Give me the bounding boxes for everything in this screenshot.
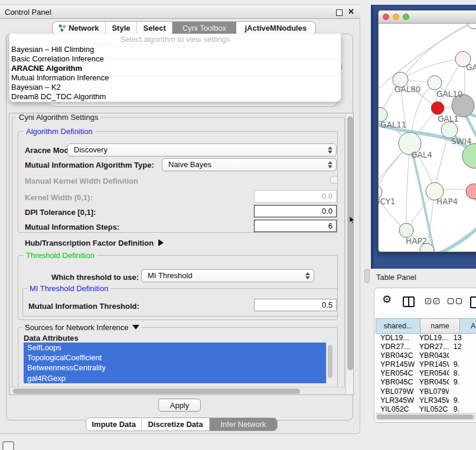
network-window-titlebar[interactable] (379, 11, 476, 24)
data-attributes-list[interactable]: SelfLoopsTopologicalCoefficientBetweenne… (24, 343, 326, 383)
dropdown-item[interactable]: Bayesian – Hill Climbing (9, 45, 341, 54)
network-node[interactable] (399, 223, 413, 237)
tab-cyni-toolbox[interactable]: Cyni Toolbox (172, 22, 236, 34)
dropdown-item[interactable]: Dream8 DC_TDC Algorithm (9, 92, 341, 102)
dropdown-item[interactable]: ARACNE Algorithm (9, 64, 341, 73)
settings-vscrollbar-thumb[interactable] (347, 116, 353, 370)
which-threshold-combobox[interactable]: MI Threshold (141, 269, 314, 282)
network-node-label: GCY1 (379, 197, 396, 206)
tab-discretize-data-label: Discretize Data (148, 420, 203, 429)
tab-network[interactable]: Network (53, 22, 106, 34)
attribute-list-item[interactable]: TopologicalCoefficient (24, 353, 326, 363)
table-cell: 13 (449, 334, 476, 343)
attr-list-scrollbar[interactable] (326, 343, 334, 383)
sources-toggle[interactable]: Sources for Network Inference (22, 323, 142, 332)
close-icon[interactable]: ✕ (348, 7, 354, 16)
network-node-label: GAL1 (438, 114, 459, 123)
table-row[interactable]: YPR145WYPR145W9. (376, 360, 476, 369)
attribute-list-item[interactable]: SelfLoops (24, 343, 326, 353)
table-row[interactable]: YLR345WYLR345W9. (376, 396, 476, 405)
float-window-icon[interactable] (336, 9, 343, 16)
table-row[interactable]: YBR045CYBR045C9. (376, 378, 476, 387)
table-row[interactable]: YDL19...YDL19...13 (376, 334, 476, 343)
dpi-tolerance-field[interactable]: 0.0 (254, 205, 337, 217)
tab-select[interactable]: Select (137, 22, 172, 34)
mi-steps-value: 6 (328, 221, 332, 230)
checkbox-unchecked-icon (448, 298, 454, 304)
unchecked-checkboxes-icon[interactable] (448, 298, 462, 304)
table-cell: 9. (449, 378, 476, 387)
checked-checkboxes-icon[interactable]: ✓ ✓ (425, 298, 439, 304)
network-node-label: GAL11 (380, 120, 406, 129)
table-hscrollbar[interactable] (376, 413, 476, 420)
network-canvas[interactable]: GALGAL80GAL10GAL1GAL11SWI4GAL4GCY1HAP4YH… (379, 24, 476, 252)
table-hscrollbar-thumb[interactable] (377, 415, 474, 419)
checkbox-unchecked-icon (456, 298, 462, 304)
settings-scrollpane: Cyni Algorithm Settings Algorithm Defini… (9, 113, 354, 395)
table-row[interactable]: YDR27...YDR27...12 (376, 343, 476, 351)
bottom-left-partial-icon[interactable] (2, 441, 14, 450)
table-column-header[interactable]: name (420, 318, 460, 334)
tab-infer-network[interactable]: Infer Network (210, 418, 277, 431)
gear-icon[interactable]: ⚙ (382, 294, 392, 305)
mi-steps-field[interactable]: 6 (254, 220, 337, 232)
tab-jactivemnodules[interactable]: jActiveMNodules (236, 22, 315, 34)
settings-vscrollbar[interactable] (345, 113, 354, 394)
mi-threshold-field[interactable]: 0.5 (254, 299, 337, 311)
dropdown-item[interactable]: Mutual Information Inference (9, 73, 341, 83)
hub-definition-toggle[interactable]: Hub/Transcription Factor Definition (25, 239, 164, 247)
stepper-icon (327, 146, 332, 154)
dropdown-item[interactable]: Bayesian – K2 (9, 83, 341, 92)
zoom-traffic-light-icon[interactable] (403, 14, 409, 20)
table-cell: YBR045C (415, 378, 449, 387)
dropdown-item[interactable]: Basic Correlation Inference (9, 54, 341, 64)
table-cell (449, 351, 476, 360)
columns-icon[interactable] (403, 296, 415, 307)
network-node[interactable] (441, 122, 458, 138)
tab-discretize-data[interactable]: Discretize Data (142, 418, 209, 431)
stepper-icon (327, 161, 332, 169)
attribute-list-item[interactable]: BetweennessCentrality (24, 363, 326, 373)
tab-style[interactable]: Style (106, 22, 138, 34)
table-cell: YBL079W (376, 387, 415, 396)
network-node-label: GAL (466, 63, 476, 72)
network-node[interactable] (431, 102, 444, 115)
network-node[interactable] (467, 24, 476, 29)
manual-kernel-width-checkbox[interactable] (330, 176, 338, 184)
dpi-tolerance-value: 0.0 (322, 207, 332, 216)
page-icon[interactable] (470, 296, 476, 308)
tab-infer-network-label: Infer Network (220, 420, 266, 429)
table-row[interactable]: YBR043CYBR043C (376, 351, 476, 360)
network-node[interactable] (428, 76, 442, 90)
manual-kernel-width-label: Manual Kernel Width Definition (25, 177, 138, 185)
algorithm-dropdown-popup: Select algorithm to view settings Bayesi… (9, 34, 341, 102)
mi-algorithm-type-combobox[interactable]: Naive Bayes (162, 158, 337, 171)
close-traffic-light-icon[interactable] (383, 14, 389, 20)
table-column-header[interactable]: shared... (376, 318, 420, 334)
apply-button[interactable]: Apply (158, 399, 201, 412)
table-cell: YPR145W (415, 360, 449, 369)
network-edge (406, 144, 410, 230)
panel-splitter-handle[interactable] (364, 269, 370, 283)
table-header: shared...nameA (376, 318, 476, 334)
table-column-header[interactable]: A (460, 318, 476, 334)
settings-hscrollbar-thumb[interactable] (13, 389, 300, 394)
table-cell: YDR27... (415, 343, 449, 351)
tab-cyni-toolbox-label: Cyni Toolbox (182, 24, 226, 32)
network-window[interactable]: GALGAL80GAL10GAL1GAL11SWI4GAL4GCY1HAP4YH… (378, 10, 476, 252)
kernel-width-field[interactable]: 0.0 (254, 190, 337, 203)
settings-hscrollbar[interactable] (9, 387, 345, 394)
table-cell: YBR043C (415, 351, 449, 360)
table-row[interactable]: YBL079WYBL079W (376, 387, 476, 396)
network-node-label: SWI4 (451, 136, 472, 146)
table-cell: YBL079W (415, 387, 449, 396)
control-panel-title: Control Panel (5, 8, 51, 17)
attribute-list-item[interactable]: gal4RGexp (24, 373, 326, 383)
tab-impute-data[interactable]: Impute Data (86, 418, 142, 431)
attr-list-scrollbar-thumb[interactable] (328, 345, 332, 378)
control-panel-tabbar: Network Style Select Cyni Toolbox jActiv… (52, 21, 316, 35)
minimize-traffic-light-icon[interactable] (393, 14, 399, 20)
network-icon (58, 24, 66, 32)
aracne-mode-combobox[interactable]: Discovery (67, 144, 337, 156)
table-row[interactable]: YER054CYER054C8. (376, 369, 476, 378)
